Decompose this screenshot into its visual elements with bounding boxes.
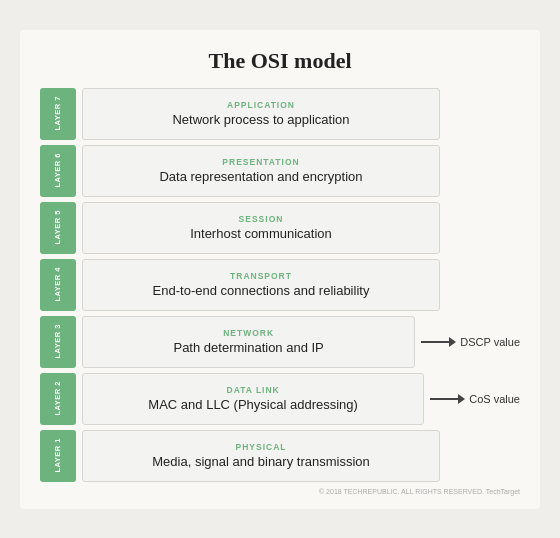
layer-label-text-layer1: Layer 1: [54, 438, 62, 473]
layer-row-layer7: Layer 7ApplicationNetwork process to app…: [40, 88, 520, 140]
layer-label-layer7: Layer 7: [40, 88, 76, 140]
layer-type-layer6: Presentation: [222, 157, 299, 167]
layers-wrap: Layer 7ApplicationNetwork process to app…: [40, 88, 520, 482]
layer-label-layer1: Layer 1: [40, 430, 76, 482]
layer-label-text-layer7: Layer 7: [54, 96, 62, 131]
layer-box-layer5: SessionInterhost communication: [82, 202, 440, 254]
layer-label-text-layer2: Layer 2: [54, 381, 62, 416]
layer-row-layer3: Layer 3NetworkPath determination and IPD…: [40, 316, 520, 368]
layer-label-layer5: Layer 5: [40, 202, 76, 254]
layer-box-layer7: ApplicationNetwork process to applicatio…: [82, 88, 440, 140]
layer-label-layer3: Layer 3: [40, 316, 76, 368]
layer-row-layer5: Layer 5SessionInterhost communication: [40, 202, 520, 254]
layer-box-layer6: PresentationData representation and encr…: [82, 145, 440, 197]
layer-type-layer7: Application: [227, 100, 295, 110]
layer-row-layer6: Layer 6PresentationData representation a…: [40, 145, 520, 197]
osi-model-container: The OSI model Layer 7ApplicationNetwork …: [20, 30, 540, 509]
layer-type-layer4: Transport: [230, 271, 292, 281]
arrow-shaft-layer3: [421, 341, 449, 343]
arrow-shaft-layer2: [430, 398, 458, 400]
layer-type-layer3: Network: [223, 328, 274, 338]
arrow-head-layer3: [449, 337, 456, 347]
layer-box-layer2: Data LinkMAC and LLC (Physical addressin…: [82, 373, 424, 425]
layer-desc-layer2: MAC and LLC (Physical addressing): [148, 397, 358, 412]
arrow-line-layer3: [421, 337, 456, 347]
layer-desc-layer3: Path determination and IP: [173, 340, 323, 355]
annotation-layer2: CoS value: [430, 393, 520, 405]
layer-label-text-layer4: Layer 4: [54, 267, 62, 302]
arrow-head-layer2: [458, 394, 465, 404]
annotation-text-layer3: DSCP value: [460, 336, 520, 348]
layer-box-layer1: PhysicalMedia, signal and binary transmi…: [82, 430, 440, 482]
annotation-text-layer2: CoS value: [469, 393, 520, 405]
page-title: The OSI model: [40, 48, 520, 74]
layer-desc-layer5: Interhost communication: [190, 226, 332, 241]
layer-label-text-layer3: Layer 3: [54, 324, 62, 359]
layer-label-layer4: Layer 4: [40, 259, 76, 311]
layer-desc-layer4: End-to-end connections and reliability: [153, 283, 370, 298]
layer-type-layer5: Session: [239, 214, 284, 224]
layer-desc-layer1: Media, signal and binary transmission: [152, 454, 370, 469]
annotation-layer3: DSCP value: [421, 336, 520, 348]
layer-label-text-layer6: Layer 6: [54, 153, 62, 188]
layer-box-layer4: TransportEnd-to-end connections and reli…: [82, 259, 440, 311]
layer-label-text-layer5: Layer 5: [54, 210, 62, 245]
layer-box-layer3: NetworkPath determination and IP: [82, 316, 415, 368]
arrow-line-layer2: [430, 394, 465, 404]
layer-type-layer2: Data Link: [227, 385, 280, 395]
layer-row-layer4: Layer 4TransportEnd-to-end connections a…: [40, 259, 520, 311]
layer-row-layer1: Layer 1PhysicalMedia, signal and binary …: [40, 430, 520, 482]
layer-desc-layer6: Data representation and encryption: [159, 169, 362, 184]
layer-type-layer1: Physical: [236, 442, 287, 452]
layer-desc-layer7: Network process to application: [172, 112, 349, 127]
layer-label-layer2: Layer 2: [40, 373, 76, 425]
footer-text: © 2018 TECHREPUBLIC. ALL RIGHTS RESERVED…: [40, 488, 520, 495]
layer-row-layer2: Layer 2Data LinkMAC and LLC (Physical ad…: [40, 373, 520, 425]
layer-label-layer6: Layer 6: [40, 145, 76, 197]
